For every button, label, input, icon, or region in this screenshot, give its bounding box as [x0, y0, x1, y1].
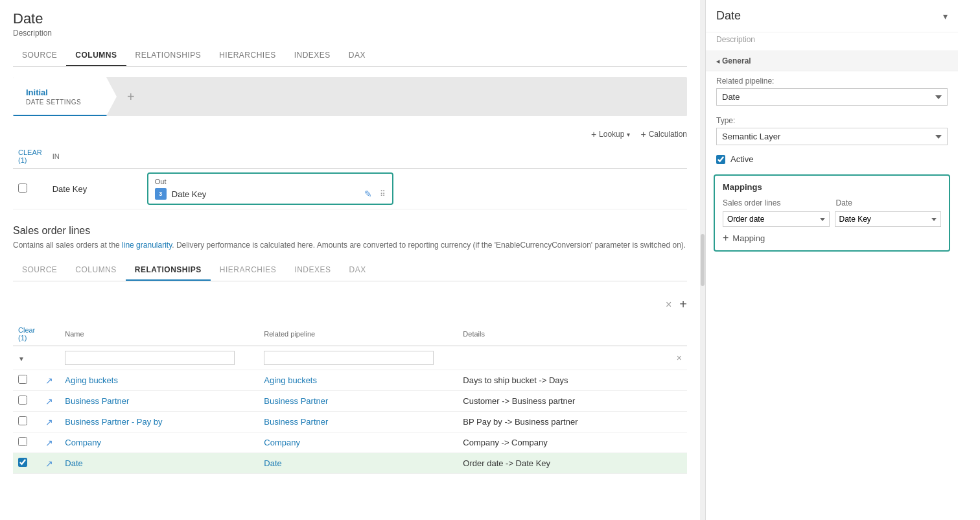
add-mapping-plus-icon: +: [723, 232, 729, 244]
add-rel-button[interactable]: +: [679, 297, 687, 312]
rp-active-checkbox[interactable]: [716, 155, 725, 164]
rel-pipeline-link[interactable]: Aging buckets: [264, 375, 317, 385]
pipeline-step-initial[interactable]: Initial DATE SETTINGS: [13, 77, 117, 116]
rel-row-x: [671, 432, 687, 453]
section2-container: Sales order lines Contains all sales ord…: [13, 225, 687, 474]
tab-hierarchies2[interactable]: HIERARCHIES: [211, 260, 286, 281]
rel-row-company: ↗ Company Company Company -> Company: [13, 432, 687, 453]
rel-name-link[interactable]: Date: [65, 458, 82, 468]
scroll-thumb[interactable]: [701, 234, 705, 286]
tab-dax2[interactable]: DAX: [340, 260, 375, 281]
rel-row-name: Business Partner - Pay by: [60, 412, 259, 432]
rp-related-pipeline-select[interactable]: Date Business Partner Company: [716, 88, 948, 106]
rel-row-pipeline: Date: [259, 453, 458, 474]
filter-name-cell: [60, 346, 259, 370]
collapse-icon[interactable]: ◂: [716, 58, 719, 65]
rel-row-x: [671, 370, 687, 391]
rel-pipeline-link[interactable]: Company: [264, 438, 300, 447]
lookup-plus-icon: +: [591, 129, 596, 139]
pipeline-add-button[interactable]: +: [117, 77, 145, 116]
rel-name-link[interactable]: Business Partner - Pay by: [65, 417, 162, 427]
filter-clear-icon[interactable]: ×: [677, 353, 682, 363]
tab-indexes2[interactable]: INDEXES: [285, 260, 340, 281]
rel-col-clear: Clear (1): [13, 322, 40, 346]
rel-col-x: [671, 322, 687, 346]
rel-row-pipeline: Aging buckets: [259, 370, 458, 391]
rel-name-link[interactable]: Aging buckets: [65, 375, 118, 385]
rel-row-checkbox[interactable]: [18, 396, 27, 405]
line-granularity-link[interactable]: line granularity: [122, 241, 172, 250]
mapping-left-select[interactable]: Order date Date Key Company: [723, 211, 830, 227]
rp-chevron-icon[interactable]: ▾: [943, 11, 948, 21]
filter-check-cell: ▼: [13, 346, 40, 370]
filter-x-cell: ×: [671, 346, 687, 370]
lookup-button[interactable]: + Lookup ▾: [591, 129, 631, 139]
tab-columns2[interactable]: COLUMNS: [66, 260, 126, 281]
step-border-indicator: [13, 115, 117, 116]
rel-row-bp: ↗ Business Partner Business Partner Cust…: [13, 391, 687, 412]
tab-hierarchies[interactable]: HIERARCHIES: [210, 45, 285, 66]
rel-col-details: Details: [458, 322, 671, 346]
rel-toolbar: × +: [13, 292, 687, 317]
rp-active-row: Active: [706, 150, 958, 168]
scroll-divider: [700, 0, 705, 520]
tab-source[interactable]: SOURCE: [13, 45, 66, 66]
rel-row-checkbox[interactable]: [18, 416, 27, 425]
rel-row-pipeline: Business Partner: [259, 391, 458, 412]
rel-clear-link[interactable]: Clear (1): [18, 326, 35, 342]
mapping-right-select[interactable]: Date Key Date Company: [835, 211, 942, 227]
rel-pipeline-link[interactable]: Business Partner: [264, 417, 328, 427]
filter-name-input[interactable]: [65, 351, 235, 365]
tab-columns[interactable]: COLUMNS: [66, 45, 126, 66]
columns-toolbar: + Lookup ▾ + Calculation: [13, 129, 687, 139]
tab-dax[interactable]: DAX: [340, 45, 375, 66]
delete-button[interactable]: ×: [666, 299, 671, 311]
filter-pipeline-input[interactable]: [264, 351, 434, 365]
rel-row-check-cell: [13, 370, 40, 391]
rel-row-details: Customer -> Business partner: [458, 391, 671, 412]
out-type-icon: 3: [155, 188, 167, 200]
page-title: Date: [13, 10, 687, 27]
rel-row-icon-cell: ↗: [40, 432, 60, 453]
rel-row-details: Order date -> Date Key: [458, 453, 671, 474]
filter-details-cell: [458, 346, 671, 370]
rel-row-checkbox[interactable]: [18, 437, 27, 446]
add-mapping-button[interactable]: + Mapping: [723, 232, 941, 244]
row-checkbox[interactable]: [18, 183, 27, 193]
rel-row-details: Days to ship bucket -> Days: [458, 370, 671, 391]
drag-icon[interactable]: ⠿: [380, 189, 386, 198]
col-header-check: Clear (1): [13, 145, 47, 169]
row-checkbox-cell: [13, 169, 47, 209]
rel-row-icon-cell: ↗: [40, 370, 60, 391]
relationships-table: Clear (1) Name Related pipeline Details …: [13, 322, 687, 474]
tab-indexes[interactable]: INDEXES: [285, 45, 340, 66]
rel-icon: ↗: [45, 458, 53, 469]
rel-row-checkbox[interactable]: [18, 375, 27, 384]
rel-pipeline-link[interactable]: Business Partner: [264, 396, 328, 406]
rp-related-pipeline-field: Related pipeline: Date Business Partner …: [706, 71, 958, 111]
tab-relationships2[interactable]: RELATIONSHIPS: [126, 260, 211, 281]
rel-row-pipeline: Company: [259, 432, 458, 453]
pipeline-step-subtitle: DATE SETTINGS: [26, 99, 104, 106]
rel-icon: ↗: [45, 396, 53, 407]
clear-link[interactable]: Clear (1): [18, 148, 42, 164]
rp-type-select[interactable]: Semantic Layer Inner Join Left Join: [716, 128, 948, 145]
rel-row-x: [671, 391, 687, 412]
rel-name-link[interactable]: Business Partner: [65, 396, 129, 406]
row-out-cell: Out 3 Date Key ✎ ⠿: [142, 169, 687, 209]
pipeline-empty-area: [145, 77, 687, 116]
mapping-row: Order date Date Key Company Date Key Dat…: [723, 211, 941, 227]
tab-relationships[interactable]: RELATIONSHIPS: [126, 45, 211, 66]
table-row: Date Key Out 3 Date Key ✎ ⠿: [13, 169, 687, 209]
calculation-button[interactable]: + Calculation: [640, 129, 687, 139]
rel-col-name: Name: [60, 322, 259, 346]
rel-name-link[interactable]: Company: [65, 438, 101, 447]
rel-row-check-cell: [13, 391, 40, 412]
rel-row-checkbox[interactable]: [18, 458, 27, 467]
out-box-header: Out: [155, 178, 386, 185]
rel-filter-row: ▼ ×: [13, 346, 687, 370]
edit-icon[interactable]: ✎: [364, 189, 372, 199]
tab-source2[interactable]: SOURCE: [13, 260, 66, 281]
filter-pipeline-cell: [259, 346, 458, 370]
rel-pipeline-link[interactable]: Date: [264, 458, 281, 468]
